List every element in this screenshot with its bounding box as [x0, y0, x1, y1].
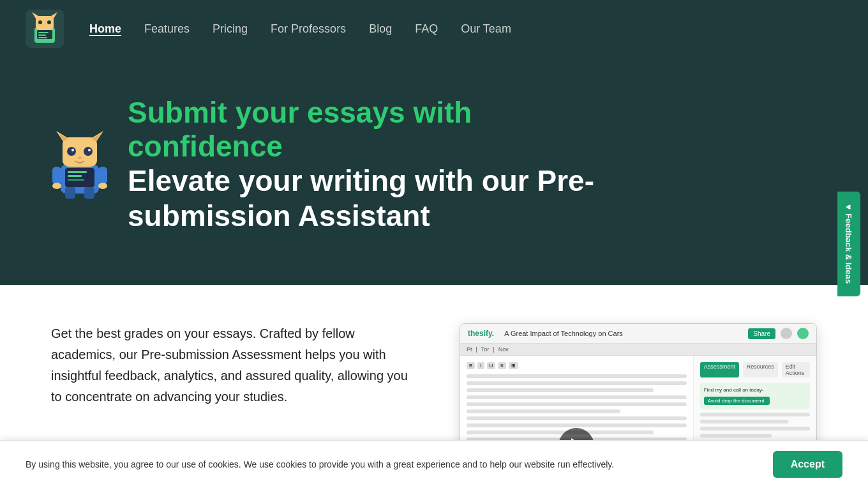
svg-point-25	[78, 156, 82, 159]
sidebar-item-btn[interactable]: Avoid drop the document.	[704, 397, 770, 405]
video-mockup-bar: thesify. A Great Impact of Technology on…	[460, 324, 816, 344]
cookie-text: By using this website, you agree to our …	[26, 459, 754, 469]
svg-point-22	[84, 147, 93, 156]
vm-title: A Great Impact of Technology on Cars	[504, 330, 743, 337]
nav-link-pricing[interactable]: Pricing	[213, 22, 248, 35]
vm-logo: thesify.	[468, 329, 494, 338]
svg-point-5	[38, 20, 42, 24]
body-text: Get the best grades on your essays. Craf…	[51, 323, 408, 408]
vm-editor-btn-4[interactable]: ≡	[498, 362, 506, 369]
svg-point-6	[47, 20, 51, 24]
cookie-accept-button[interactable]: Accept	[773, 451, 842, 478]
nav-link-our-team[interactable]: Our Team	[461, 22, 511, 35]
svg-rect-14	[52, 167, 61, 185]
nav-link-faq[interactable]: FAQ	[415, 22, 438, 35]
svg-point-31	[98, 183, 107, 189]
vm-toolbar-item-5: Nov	[498, 346, 509, 353]
text-line	[467, 409, 620, 413]
sidebar-tab-edit-actions[interactable]: Edit Actions	[782, 362, 810, 377]
svg-rect-27	[68, 171, 87, 173]
svg-rect-13	[84, 187, 94, 199]
nav-link-features[interactable]: Features	[144, 22, 190, 35]
svg-rect-8	[38, 32, 49, 33]
hero-text: Submit your essays with confidence Eleva…	[128, 96, 625, 234]
sidebar-line-3	[700, 427, 810, 431]
nav-links: Home Features Pricing For Professors Blo…	[89, 22, 511, 36]
hero-section: Submit your essays with confidence Eleva…	[0, 57, 868, 285]
nav-item-for-professors[interactable]: For Professors	[271, 22, 346, 36]
vm-icon-circle-2	[797, 328, 809, 339]
nav-link-home[interactable]: Home	[89, 22, 121, 35]
nav-item-pricing[interactable]: Pricing	[213, 22, 248, 36]
svg-rect-9	[38, 34, 46, 36]
vm-toolbar-item-3: Tor	[481, 346, 490, 353]
svg-rect-28	[68, 175, 82, 177]
vm-editor-btn-3[interactable]: U	[487, 362, 496, 369]
svg-point-24	[88, 149, 91, 151]
content-left: Get the best grades on your essays. Craf…	[51, 323, 408, 428]
svg-rect-15	[98, 167, 107, 185]
sidebar-tab-assessment[interactable]: Assessment	[700, 362, 739, 377]
nav-item-features[interactable]: Features	[144, 22, 190, 36]
feedback-heart-icon: ♥	[844, 204, 854, 210]
svg-point-30	[52, 183, 61, 189]
hero-heading-white: Elevate your writing with our Pre-submis…	[128, 164, 625, 234]
text-line	[467, 388, 654, 392]
hero-heading-green: Submit your essays with confidence	[128, 96, 625, 164]
vm-editor-btn-5[interactable]: ⊞	[509, 362, 518, 369]
text-line	[467, 374, 687, 378]
text-line	[467, 381, 687, 385]
sidebar-line-2	[700, 420, 788, 423]
sidebar-line-4	[700, 434, 772, 438]
svg-point-23	[71, 149, 74, 151]
vm-icon-circle-1	[781, 328, 792, 339]
text-line	[467, 416, 687, 420]
text-line	[467, 395, 687, 399]
svg-rect-29	[68, 179, 84, 181]
sidebar-line-1	[700, 413, 810, 416]
vm-editor-btn-1[interactable]: B	[467, 362, 475, 369]
vm-toolbar-item-2: |	[476, 346, 477, 353]
navbar: Home Features Pricing For Professors Blo…	[0, 0, 868, 57]
vm-editor-btn-2[interactable]: I	[477, 362, 484, 369]
nav-item-home[interactable]: Home	[89, 22, 121, 36]
sidebar-tab-resources[interactable]: Resources	[743, 362, 778, 377]
cookie-banner: By using this website, you agree to our …	[0, 440, 868, 488]
nav-item-faq[interactable]: FAQ	[415, 22, 438, 36]
nav-link-for-professors[interactable]: For Professors	[271, 22, 346, 35]
text-line	[467, 423, 687, 427]
svg-rect-10	[38, 37, 47, 38]
vm-toolbar-item-4: |	[493, 346, 494, 353]
feedback-label: Feedback & Ideas	[844, 213, 853, 284]
nav-item-blog[interactable]: Blog	[369, 22, 392, 36]
feedback-tab[interactable]: ♥ Feedback & Ideas	[837, 192, 860, 296]
nav-link-blog[interactable]: Blog	[369, 22, 392, 35]
vm-toolbar-item-1: Pt	[467, 346, 472, 353]
svg-rect-12	[65, 187, 75, 199]
nav-logo[interactable]	[26, 10, 64, 48]
svg-point-21	[67, 147, 76, 156]
sidebar-tabs: Assessment Resources Edit Actions	[700, 362, 810, 377]
svg-rect-26	[65, 168, 94, 187]
text-line	[467, 402, 687, 406]
sidebar-item-text: Find my and call on today-	[704, 386, 806, 393]
nav-item-our-team[interactable]: Our Team	[461, 22, 511, 36]
vm-share-btn[interactable]: Share	[748, 328, 775, 339]
sidebar-assessment-item: Find my and call on today- Avoid drop th…	[700, 383, 810, 409]
text-line	[467, 431, 654, 434]
hero-mascot	[51, 130, 108, 200]
